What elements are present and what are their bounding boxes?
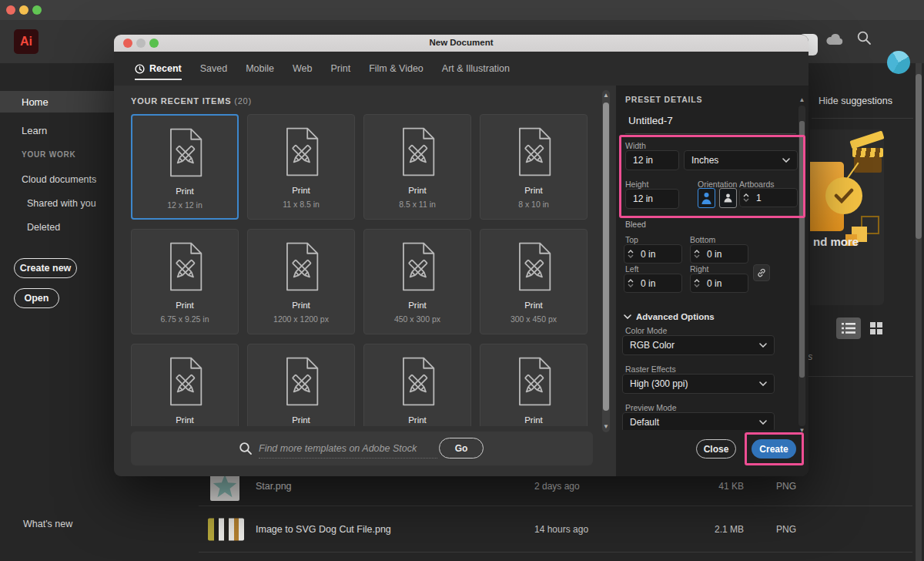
- go-button[interactable]: Go: [439, 438, 484, 459]
- create-button[interactable]: Create: [752, 439, 796, 459]
- width-input[interactable]: 12 in: [625, 150, 679, 170]
- artboards-stepper-arrows[interactable]: [740, 193, 752, 202]
- panel-scrollbar-thumb[interactable]: [799, 121, 805, 378]
- clapper-top-shape: [849, 130, 884, 149]
- zoom-window-button[interactable]: [32, 5, 42, 15]
- bleed-value[interactable]: 0 in: [707, 249, 721, 260]
- stepper-up-icon: [628, 250, 634, 254]
- stepper-down-icon: [628, 254, 634, 258]
- sidebar-nav-label: Learn: [22, 125, 47, 136]
- preset-card[interactable]: Print 8.5 x 11 in: [363, 114, 471, 220]
- preset-card[interactable]: Print 6.75 x 9.25 in: [131, 229, 239, 334]
- orientation-portrait-button[interactable]: [698, 188, 715, 208]
- stock-search-input[interactable]: [259, 438, 437, 458]
- bleed-stepper-arrows[interactable]: [624, 250, 636, 258]
- list-view-icon: [842, 323, 855, 334]
- scroll-down-icon[interactable]: ▼: [602, 424, 610, 430]
- file-size: 2.1 MB: [690, 524, 744, 535]
- preset-card[interactable]: Print: [480, 344, 588, 426]
- panel-scroll-up-icon[interactable]: ▲: [798, 97, 805, 103]
- preset-card[interactable]: Print 1200 x 1200 px: [247, 229, 355, 334]
- color-mode-dropdown[interactable]: RGB Color: [622, 335, 775, 355]
- close-button[interactable]: Close: [696, 439, 736, 459]
- artboards-value[interactable]: 1: [756, 193, 762, 203]
- grid-view-button[interactable]: [864, 317, 889, 339]
- dialog-tab[interactable]: Recent: [135, 52, 182, 86]
- preset-card-name: Print: [524, 415, 543, 425]
- link-icon: [756, 267, 767, 278]
- bleed-stepper[interactable]: 0 in: [690, 274, 748, 293]
- dialog-tab-label: Film & Video: [369, 63, 424, 74]
- preset-grid: Print 12 x 12 in Pr: [131, 114, 593, 426]
- chevron-down-icon: [624, 314, 631, 319]
- suggestion-card[interactable]: [810, 129, 884, 305]
- scroll-up-icon[interactable]: ▲: [602, 92, 610, 99]
- preset-card[interactable]: Print: [363, 344, 471, 426]
- recent-items-heading: YOUR RECENT ITEMS (20): [131, 96, 252, 106]
- cloud-icon[interactable]: [825, 32, 844, 45]
- hide-suggestions-link[interactable]: Hide suggestions: [819, 96, 892, 106]
- preview-mode-dropdown[interactable]: Default: [622, 412, 775, 430]
- dialog-tab[interactable]: Print: [330, 52, 350, 86]
- avatar[interactable]: [887, 51, 910, 74]
- height-input[interactable]: 12 in: [625, 189, 679, 209]
- bleed-value[interactable]: 0 in: [707, 278, 721, 289]
- panel-scroll-down-icon[interactable]: ▼: [798, 428, 805, 434]
- document-pencils-icon: [512, 242, 555, 291]
- search-icon[interactable]: [856, 30, 872, 45]
- units-value: Inches: [691, 155, 718, 166]
- dialog-tab[interactable]: Mobile: [246, 52, 274, 86]
- dialog-tab[interactable]: Web: [293, 52, 312, 86]
- your-work-heading: YOUR WORK: [22, 150, 76, 159]
- stock-search-field[interactable]: [259, 438, 437, 459]
- window-scrollbar[interactable]: [916, 63, 922, 561]
- list-view-button[interactable]: [836, 317, 861, 339]
- preset-card[interactable]: Print 8 x 10 in: [480, 114, 588, 220]
- window-scrollbar-thumb[interactable]: [916, 74, 922, 239]
- bleed-value[interactable]: 0 in: [641, 278, 655, 289]
- preset-card[interactable]: Print 450 x 300 px: [363, 229, 471, 334]
- dialog-tab[interactable]: Art & Illustration: [442, 52, 510, 86]
- file-row[interactable]: Image to SVG Dog Cut File.png 14 hours a…: [199, 506, 912, 553]
- create-new-button[interactable]: Create new: [14, 258, 77, 278]
- close-window-button[interactable]: [6, 5, 15, 15]
- bleed-label: Bleed: [625, 220, 646, 229]
- raster-effects-dropdown[interactable]: High (300 ppi): [622, 374, 775, 394]
- bleed-stepper-arrows[interactable]: [691, 250, 702, 258]
- bleed-stepper[interactable]: 0 in: [690, 244, 748, 264]
- document-name-field[interactable]: Untitled-7: [628, 115, 673, 126]
- portrait-person-icon: [701, 192, 711, 205]
- panel-scrollbar[interactable]: [798, 106, 805, 426]
- preset-card[interactable]: Print 300 x 450 px: [480, 229, 588, 334]
- bleed-stepper-arrows[interactable]: [624, 279, 636, 287]
- grid-scrollbar-thumb[interactable]: [603, 102, 609, 411]
- bleed-field-label: Right: [690, 264, 709, 274]
- preset-card[interactable]: Print: [131, 344, 239, 426]
- advanced-options-toggle[interactable]: Advanced Options: [624, 312, 715, 321]
- height-label: Height: [625, 180, 648, 189]
- preset-details-heading: PRESET DETAILS: [625, 95, 702, 104]
- bleed-stepper-arrows[interactable]: [691, 279, 702, 287]
- sidebar-work-label: Shared with you: [27, 198, 96, 209]
- preset-card[interactable]: Print 12 x 12 in: [131, 114, 239, 220]
- dialog-tab[interactable]: Film & Video: [369, 52, 424, 86]
- units-dropdown[interactable]: Inches: [684, 150, 798, 170]
- link-bleed-values-button[interactable]: [753, 264, 770, 281]
- grid-scrollbar[interactable]: ▲ ▼: [602, 90, 610, 432]
- stepper-up-icon: [694, 250, 700, 254]
- preset-card[interactable]: Print: [247, 344, 355, 426]
- artboards-stepper[interactable]: 1: [739, 188, 798, 207]
- dialog-tab[interactable]: Saved: [200, 52, 227, 86]
- recent-heading-text: YOUR RECENT ITEMS: [131, 96, 231, 106]
- orientation-landscape-button[interactable]: [719, 188, 737, 208]
- bleed-stepper[interactable]: 0 in: [624, 244, 682, 264]
- dialog-tab-label: Web: [293, 63, 312, 74]
- preset-card[interactable]: Print 11 x 8.5 in: [247, 114, 355, 220]
- bleed-stepper[interactable]: 0 in: [624, 274, 682, 293]
- bleed-value[interactable]: 0 in: [641, 249, 655, 260]
- minimize-window-button[interactable]: [19, 5, 28, 15]
- preset-card-size: 300 x 450 px: [511, 314, 557, 324]
- divider: [798, 376, 913, 377]
- open-button[interactable]: Open: [14, 288, 59, 308]
- whats-new-link[interactable]: What's new: [23, 519, 72, 529]
